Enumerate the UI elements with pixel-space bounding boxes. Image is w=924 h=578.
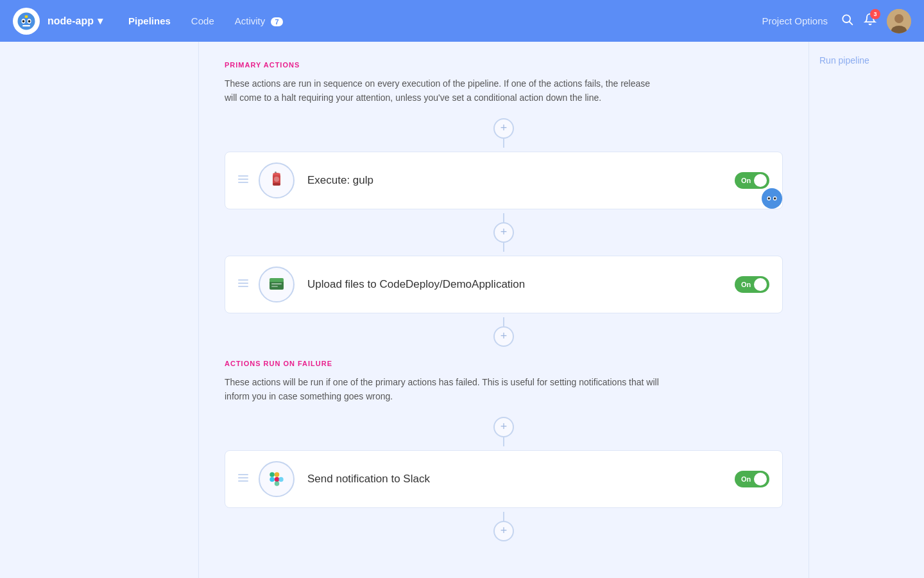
slack-icon-wrap [259,461,295,497]
svg-point-10 [894,14,903,23]
add-action-button-middle[interactable]: + [493,222,514,243]
svg-rect-33 [238,477,248,478]
svg-rect-37 [275,472,279,477]
svg-rect-13 [238,179,248,180]
nav-activity[interactable]: Activity 7 [235,15,283,26]
add-action-button-primary-bottom[interactable]: + [493,326,514,347]
add-connector-middle: + [225,213,783,252]
add-failure-action-top[interactable]: + [493,417,514,437]
primary-actions-section: PRIMARY ACTIONS These actions are run in… [225,61,783,347]
svg-rect-5 [22,25,30,26]
left-panel [0,42,199,578]
add-action-button-top[interactable]: + [493,118,514,139]
primary-actions-label: PRIMARY ACTIONS [225,61,783,69]
header-right: Project Options 3 [762,9,911,33]
svg-rect-26 [238,283,248,284]
svg-rect-6 [25,15,28,18]
svg-rect-40 [275,481,279,486]
svg-rect-30 [271,283,282,285]
slack-toggle[interactable]: On [735,471,769,487]
notifications-button[interactable]: 3 [864,13,877,29]
header-icons: 3 [841,9,911,33]
primary-actions-desc: These actions are run in sequence on eve… [225,76,661,105]
gulp-icon-wrap [259,162,295,198]
nav-pipelines[interactable]: Pipelines [128,15,171,26]
user-avatar[interactable] [887,9,911,33]
project-name[interactable]: node-app ▾ [47,15,103,27]
failure-actions-label: ACTIONS RUN ON FAILURE [225,360,783,367]
svg-rect-27 [238,286,248,287]
svg-point-18 [273,173,280,175]
center-content: PRIMARY ACTIONS These actions are run in… [199,42,809,578]
svg-point-19 [274,177,279,182]
svg-point-20 [764,191,780,206]
failure-actions-section: ACTIONS RUN ON FAILURE These actions wil… [225,360,783,541]
gulp-toggle[interactable]: On [735,172,769,189]
svg-rect-25 [238,279,248,281]
slack-action-name: Send notification to Slack [307,473,735,486]
codedeploy-icon-wrap [259,267,295,302]
svg-rect-28 [270,281,284,290]
svg-rect-38 [275,477,279,481]
project-options-link[interactable]: Project Options [762,15,828,26]
drag-handle-codedeploy[interactable] [238,278,248,291]
svg-line-8 [850,22,853,25]
action-card-slack: Send notification to Slack On [225,450,783,508]
svg-rect-32 [238,474,248,475]
add-connector-top: + [225,118,783,148]
svg-point-23 [768,197,770,199]
action-card-gulp: Execute: gulp On [225,152,783,209]
drag-handle-slack[interactable] [238,473,248,486]
svg-rect-36 [270,472,274,477]
add-connector-failure-top: + [225,417,783,446]
svg-rect-34 [238,480,248,482]
action-card-codedeploy: Upload files to CodeDeploy/DemoApplicati… [225,256,783,313]
failure-actions-desc: These actions will be run if one of the … [225,375,661,404]
svg-point-3 [22,20,25,22]
svg-rect-39 [278,477,283,481]
search-button[interactable] [841,13,853,29]
right-sidebar: Run pipeline [809,42,924,578]
svg-point-0 [18,12,35,30]
app-logo [13,8,40,35]
codedeploy-action-name: Upload files to CodeDeploy/DemoApplicati… [307,278,735,291]
add-connector-primary-bottom: + [225,317,783,347]
svg-point-4 [28,20,31,22]
svg-rect-35 [270,477,274,481]
notification-badge: 3 [870,9,880,19]
svg-rect-17 [273,183,280,186]
chevron-down-icon: ▾ [98,15,103,27]
app-header: node-app ▾ Pipelines Code Activity 7 Pro… [0,0,924,42]
activity-badge: 7 [271,17,282,26]
add-connector-failure-bottom: + [225,512,783,541]
svg-rect-12 [238,175,248,177]
nav-code[interactable]: Code [191,15,214,26]
add-failure-action-bottom[interactable]: + [493,521,514,541]
svg-point-24 [774,197,776,199]
gulp-action-name: Execute: gulp [307,174,735,187]
codedeploy-toggle[interactable]: On [735,276,769,293]
main-wrapper: PRIMARY ACTIONS These actions are run in… [0,42,924,578]
svg-rect-14 [238,182,248,183]
svg-rect-29 [270,278,284,282]
main-nav: Pipelines Code Activity 7 [128,15,762,26]
drag-handle-gulp[interactable] [238,174,248,187]
svg-rect-31 [271,286,278,287]
run-pipeline-button[interactable]: Run pipeline [819,55,869,66]
